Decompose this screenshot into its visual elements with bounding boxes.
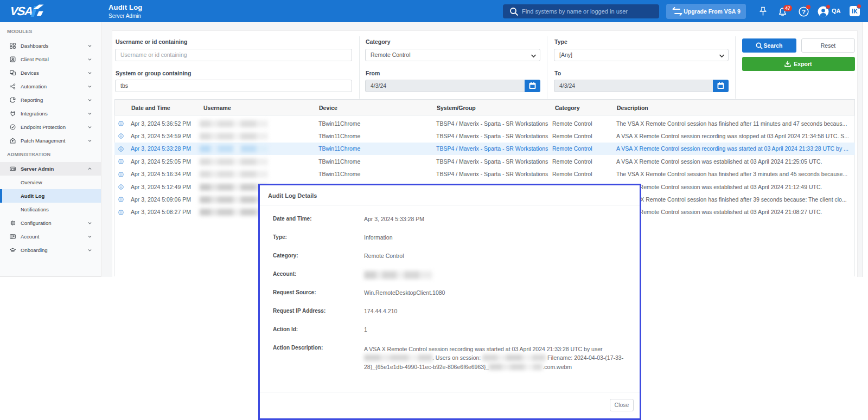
- svg-text:VSA: VSA: [9, 5, 35, 17]
- svg-text:?: ?: [802, 9, 806, 15]
